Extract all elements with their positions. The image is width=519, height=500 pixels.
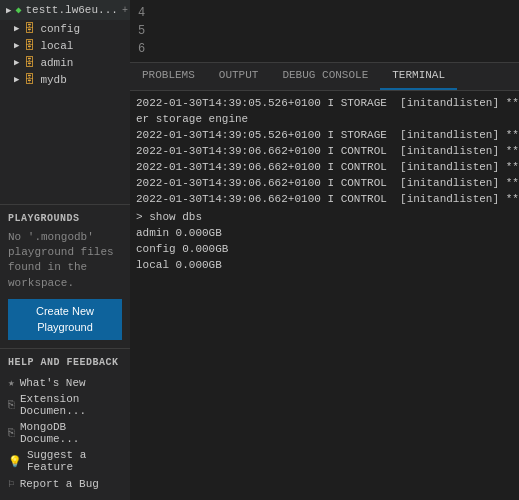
terminal-line: er storage engine bbox=[136, 111, 513, 127]
line-numbers: 4 5 6 bbox=[130, 0, 153, 62]
main-area: 4 5 6 PROBLEMS OUTPUT DEBUG CONSOLE TERM… bbox=[130, 0, 519, 500]
terminal-line: 2022-01-30T14:39:06.662+0100 I CONTROL [… bbox=[136, 159, 513, 175]
tree-item-admin[interactable]: ▶ 🗄 admin bbox=[0, 54, 130, 71]
lightbulb-icon: 💡 bbox=[8, 455, 22, 468]
help-extension-docs[interactable]: ⎘ Extension Documen... bbox=[8, 391, 122, 419]
playgrounds-title: PLAYGROUNDS bbox=[8, 213, 122, 224]
chevron-icon: ▶ bbox=[14, 40, 19, 51]
help-item-label: Report a Bug bbox=[20, 478, 99, 490]
mongodb-icon: ◆ bbox=[15, 4, 21, 16]
playgrounds-message: No '.mongodb' playground files found in … bbox=[8, 230, 122, 292]
line-number: 6 bbox=[138, 40, 145, 58]
help-item-label: Suggest a Feature bbox=[27, 449, 122, 473]
star-icon: ★ bbox=[8, 376, 15, 389]
help-mongodb-docs[interactable]: ⎘ MongoDB Docume... bbox=[8, 419, 122, 447]
db-label: admin bbox=[40, 57, 73, 69]
expand-icon: ▶ bbox=[6, 5, 11, 16]
db-label: config bbox=[40, 23, 80, 35]
terminal-tabs: PROBLEMS OUTPUT DEBUG CONSOLE TERMINAL bbox=[130, 63, 519, 91]
chevron-icon: ▶ bbox=[14, 23, 19, 34]
terminal-prompt: > show dbs bbox=[136, 209, 513, 225]
terminal-output[interactable]: 2022-01-30T14:39:05.526+0100 I STORAGE [… bbox=[130, 91, 519, 500]
help-report-bug[interactable]: ⚐ Report a Bug bbox=[8, 475, 122, 492]
connection-item[interactable]: ▶ ◆ testt.lw6eu... + bbox=[0, 0, 130, 20]
doc-icon: ⎘ bbox=[8, 427, 15, 439]
tab-label: DEBUG CONSOLE bbox=[282, 69, 368, 81]
chevron-icon: ▶ bbox=[14, 57, 19, 68]
tree-item-local[interactable]: ▶ 🗄 local bbox=[0, 37, 130, 54]
playgrounds-section: PLAYGROUNDS No '.mongodb' playground fil… bbox=[0, 204, 130, 348]
tab-label: TERMINAL bbox=[392, 69, 445, 81]
tab-problems[interactable]: PROBLEMS bbox=[130, 62, 207, 90]
db-label: local bbox=[40, 40, 73, 52]
add-icon[interactable]: + bbox=[122, 5, 128, 16]
tab-debug-console[interactable]: DEBUG CONSOLE bbox=[270, 62, 380, 90]
tab-label: OUTPUT bbox=[219, 69, 259, 81]
editor-area: 4 5 6 bbox=[130, 0, 519, 63]
db-label: mydb bbox=[40, 74, 66, 86]
help-item-label: What's New bbox=[20, 377, 86, 389]
tab-output[interactable]: OUTPUT bbox=[207, 62, 271, 90]
help-item-label: Extension Documen... bbox=[20, 393, 122, 417]
tab-label: PROBLEMS bbox=[142, 69, 195, 81]
help-item-label: MongoDB Docume... bbox=[20, 421, 122, 445]
line-number: 5 bbox=[138, 22, 145, 40]
tab-terminal[interactable]: TERMINAL bbox=[380, 62, 457, 90]
help-suggest-feature[interactable]: 💡 Suggest a Feature bbox=[8, 447, 122, 475]
terminal-line: 2022-01-30T14:39:06.662+0100 I CONTROL [… bbox=[136, 191, 513, 207]
db-output-line: admin 0.000GB bbox=[136, 225, 513, 241]
db-output-line: config 0.000GB bbox=[136, 241, 513, 257]
bug-icon: ⚐ bbox=[8, 477, 15, 490]
create-playground-button[interactable]: Create New Playground bbox=[8, 299, 122, 340]
connection-label: testt.lw6eu... bbox=[25, 4, 117, 16]
db-icon: 🗄 bbox=[24, 22, 35, 35]
editor-content[interactable] bbox=[153, 0, 519, 62]
doc-icon: ⎘ bbox=[8, 399, 15, 411]
help-title: HELP AND FEEDBACK bbox=[8, 357, 122, 368]
terminal-line: 2022-01-30T14:39:06.662+0100 I CONTROL [… bbox=[136, 175, 513, 191]
tree-item-config[interactable]: ▶ 🗄 config bbox=[0, 20, 130, 37]
db-icon: 🗄 bbox=[24, 73, 35, 86]
terminal-line: 2022-01-30T14:39:06.662+0100 I CONTROL [… bbox=[136, 143, 513, 159]
db-icon: 🗄 bbox=[24, 39, 35, 52]
help-whats-new[interactable]: ★ What's New bbox=[8, 374, 122, 391]
terminal-line: 2022-01-30T14:39:05.526+0100 I STORAGE [… bbox=[136, 95, 513, 111]
tree-item-mydb[interactable]: ▶ 🗄 mydb bbox=[0, 71, 130, 88]
db-output-line: local 0.000GB bbox=[136, 257, 513, 273]
chevron-icon: ▶ bbox=[14, 74, 19, 85]
sidebar: ▶ ◆ testt.lw6eu... + ▶ 🗄 config ▶ 🗄 loca… bbox=[0, 0, 130, 500]
line-number: 4 bbox=[138, 4, 145, 22]
terminal-line: 2022-01-30T14:39:05.526+0100 I STORAGE [… bbox=[136, 127, 513, 143]
database-tree: ▶ 🗄 config ▶ 🗄 local ▶ 🗄 admin ▶ 🗄 mydb bbox=[0, 20, 130, 204]
db-icon: 🗄 bbox=[24, 56, 35, 69]
help-section: HELP AND FEEDBACK ★ What's New ⎘ Extensi… bbox=[0, 348, 130, 500]
